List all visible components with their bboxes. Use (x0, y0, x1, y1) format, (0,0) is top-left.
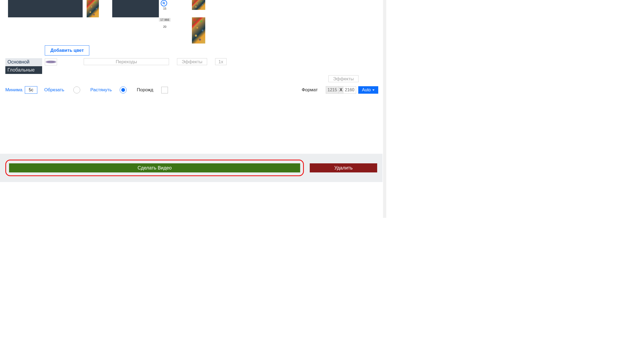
add-color-button[interactable]: Добавить цвет (45, 45, 89, 56)
clip-thumbnail-large[interactable] (192, 0, 205, 10)
crop-label: Обрезать (44, 87, 64, 93)
delete-button[interactable]: Удалить (310, 163, 377, 172)
tab-main[interactable]: Основной (5, 58, 42, 66)
generate-checkbox[interactable] (161, 87, 168, 93)
transitions-select[interactable]: Переходы (84, 58, 169, 65)
timeline-panel[interactable] (112, 0, 159, 17)
minimal-label: Минималь (5, 87, 23, 93)
stretch-radio[interactable] (120, 86, 127, 93)
auto-button-label: Auto (362, 88, 371, 92)
clip-thumbnail[interactable] (87, 0, 99, 17)
effects-select[interactable]: Эффекты (177, 58, 207, 65)
controls-panel: Добавить цвет Основной Глобальные Перехо… (5, 45, 378, 94)
mode-tabs: Основной Глобальные (5, 58, 42, 74)
svg-line-1 (164, 4, 165, 5)
auto-button[interactable]: Auto (358, 86, 378, 94)
speed-select[interactable]: 1x (215, 58, 227, 65)
height-input[interactable] (343, 86, 356, 94)
action-bar: Сделать Видео Удалить (0, 154, 383, 182)
ruler-tick: 20 (160, 25, 170, 28)
width-input[interactable] (326, 86, 339, 94)
ruler-current-value: 17.966 (159, 18, 171, 22)
format-label: Формат (302, 87, 318, 93)
transition-preset-icon[interactable] (45, 58, 57, 65)
ruler-tick: 15 (160, 7, 170, 10)
make-video-highlight: Сделать Видео (5, 160, 304, 176)
make-video-button[interactable]: Сделать Видео (9, 163, 300, 172)
timeline-panel[interactable] (8, 0, 83, 17)
x-separator: X (339, 86, 343, 94)
global-effects-select[interactable]: Эффекты (328, 75, 359, 82)
tab-global[interactable]: Глобальные (5, 66, 42, 74)
zoom-in-button[interactable] (161, 0, 167, 6)
generate-label: Порождать (137, 87, 153, 93)
minimal-duration-input[interactable] (25, 86, 37, 94)
clip-thumbnail-tall[interactable] (192, 17, 205, 44)
stretch-label: Растянуть (90, 87, 112, 93)
time-ruler: 15 17.966 20 (160, 0, 168, 45)
crop-radio[interactable] (73, 86, 80, 93)
